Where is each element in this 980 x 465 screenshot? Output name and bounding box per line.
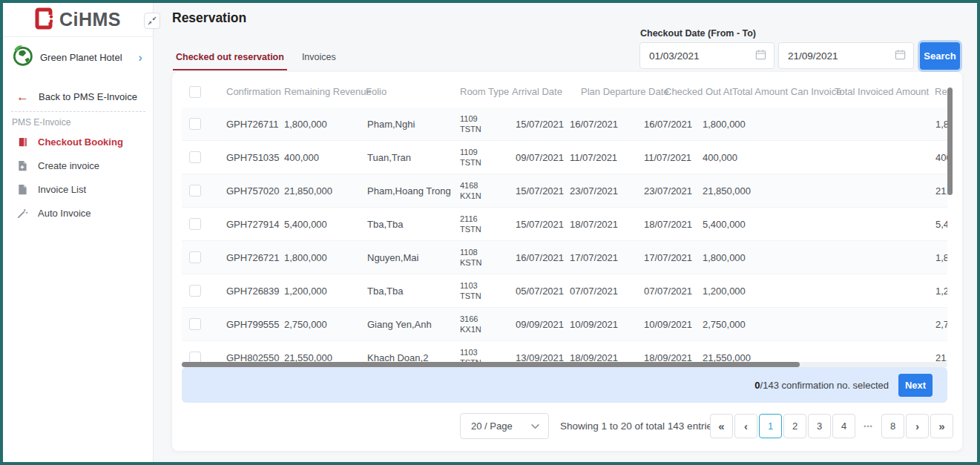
logo-text: CiHMS — [59, 9, 121, 30]
row-checkbox[interactable] — [189, 151, 201, 163]
folio-cell: Tuan,Tran — [367, 141, 411, 174]
date-from-field[interactable] — [639, 42, 775, 69]
table-row: GPH751035400,000Tuan,Tran1109TSTN09/07/2… — [182, 141, 947, 174]
sidebar-section-label: PMS E-Invoice — [12, 117, 70, 128]
room-type-cell: 1103TSTN — [460, 274, 481, 308]
total-can-invoice-cell: 21,550,000 — [703, 341, 751, 362]
plan-departure-cell: 23/07/2021 — [570, 174, 618, 208]
remaining-partial-cell: 2,7 — [935, 308, 947, 341]
arrival-cell: 09/09/2021 — [516, 308, 564, 341]
pagination-button[interactable]: › — [906, 414, 929, 438]
remaining-revenue-cell: 1,800,000 — [284, 241, 327, 274]
remaining-revenue-cell: 1,200,000 — [284, 274, 327, 308]
selection-count-text: 0/143 confirmation no. selected — [754, 380, 889, 391]
app-window: CiHMS Green Planet Hotel › — [0, 0, 980, 465]
remaining-partial-cell: 5,4 — [935, 208, 947, 241]
pagination-button[interactable]: « — [710, 414, 733, 438]
sidebar-item-label: Auto Invoice — [38, 208, 91, 219]
vertical-scrollbar[interactable] — [947, 76, 953, 362]
column-header: Room Type — [460, 76, 509, 108]
pagination-button[interactable]: » — [930, 414, 953, 438]
sidebar-item-label: Checkout Booking — [38, 136, 123, 148]
back-label: Back to PMS E-Invoice — [39, 91, 137, 102]
calendar-icon[interactable] — [755, 49, 766, 63]
sidebar-item-create-invoice[interactable]: Create invoice — [3, 154, 153, 177]
row-checkbox[interactable] — [189, 118, 201, 130]
remaining-revenue-cell: 1,800,000 — [284, 108, 327, 141]
date-from-input[interactable] — [649, 50, 731, 62]
confirmation-cell: GPH726839 — [226, 274, 280, 308]
checked-out-cell: 11/07/2021 — [644, 141, 691, 174]
next-button[interactable]: Next — [898, 374, 933, 397]
confirmation-cell: GPH726711 — [226, 108, 279, 141]
remaining-partial-cell: 21, — [935, 341, 947, 362]
horizontal-scrollbar[interactable] — [182, 362, 947, 367]
page-size-value: 20 / Page — [471, 421, 513, 432]
vertical-scrollbar-thumb[interactable] — [947, 88, 953, 195]
sidebar-item-invoice-list[interactable]: Invoice List — [3, 177, 153, 201]
plan-departure-cell: 16/07/2021 — [570, 108, 618, 141]
hotel-selector[interactable]: Green Planet Hotel › — [3, 42, 153, 73]
row-checkbox[interactable] — [189, 318, 201, 330]
showing-entries-text: Showing 1 to 20 of total 143 entries — [560, 413, 717, 439]
sidebar-menu: Checkout Booking Create invoice — [3, 130, 153, 225]
row-checkbox[interactable] — [189, 352, 201, 362]
back-to-pms-link[interactable]: ← Back to PMS E-Invoice — [3, 86, 153, 107]
calendar-icon[interactable] — [895, 49, 906, 63]
collapse-sidebar-button[interactable] — [144, 13, 160, 29]
confirmation-cell: GPH802550 — [226, 341, 280, 362]
column-header: Checked Out At — [665, 76, 732, 108]
total-can-invoice-cell: 2,750,000 — [703, 308, 746, 341]
column-header: Plan Departure Date — [581, 76, 669, 108]
sidebar-item-checkout-booking[interactable]: Checkout Booking — [3, 130, 153, 154]
remaining-revenue-cell: 21,550,000 — [284, 341, 332, 362]
search-button[interactable]: Search — [920, 42, 960, 70]
remaining-partial-cell: 21, — [935, 174, 947, 208]
folio-cell: Tba,Tba — [367, 274, 403, 308]
pagination-button[interactable]: 2 — [783, 414, 806, 438]
total-can-invoice-cell: 1,800,000 — [703, 108, 746, 141]
row-checkbox[interactable] — [189, 251, 201, 263]
remaining-partial-cell: 1,8 — [935, 108, 947, 141]
file-icon — [16, 183, 28, 195]
arrival-cell: 15/07/2021 — [516, 108, 564, 141]
tab-checked-out-reservation[interactable]: Checked out reservation — [173, 49, 287, 70]
date-to-input[interactable] — [788, 50, 869, 62]
confirmation-cell: GPH726721 — [226, 241, 280, 274]
row-checkbox[interactable] — [189, 185, 201, 197]
pagination-ellipsis: ••• — [857, 414, 880, 438]
horizontal-scrollbar-thumb[interactable] — [182, 362, 800, 367]
folio-cell: Pham,Nghi — [367, 108, 415, 141]
pagination-button[interactable]: 4 — [832, 414, 855, 438]
wand-icon — [16, 207, 28, 219]
chevron-right-icon: › — [138, 51, 145, 64]
select-all-checkbox[interactable] — [189, 86, 201, 98]
checked-out-cell: 16/07/2021 — [644, 108, 692, 141]
column-header: Total Amount Can Invoice — [732, 76, 841, 108]
pagination-button[interactable]: 3 — [808, 414, 831, 438]
back-arrow-icon: ← — [16, 90, 29, 103]
table-row: GPH7267111,800,000Pham,Nghi1109TSTN15/07… — [182, 108, 947, 141]
total-can-invoice-cell: 1,800,000 — [703, 241, 746, 274]
cihms-door-logo-icon — [35, 7, 55, 33]
pagination-button[interactable]: 8 — [881, 414, 904, 438]
column-header: Total Invoiced Amount — [835, 76, 929, 108]
remaining-revenue-cell: 21,850,000 — [284, 174, 332, 208]
remaining-partial-cell: 1,8 — [935, 241, 947, 274]
pagination-button[interactable]: 1 — [759, 414, 782, 438]
tab-invoices[interactable]: Invoices — [299, 49, 339, 70]
sidebar-item-auto-invoice[interactable]: Auto Invoice — [3, 201, 153, 225]
checked-out-cell: 23/07/2021 — [644, 174, 692, 208]
pagination-button[interactable]: ‹ — [734, 414, 757, 438]
room-type-cell: 4168KX1N — [460, 174, 481, 208]
room-type-cell: 1108KSTN — [460, 241, 481, 274]
pagination-buttons: «‹1234•••8›» — [710, 414, 953, 438]
selection-bar: 0/143 confirmation no. selected Next — [182, 367, 947, 403]
page-size-select[interactable]: 20 / Page — [460, 413, 549, 439]
table-row: GPH7995552,750,000Giang Yen,Anh3166KX1N0… — [182, 308, 947, 341]
table-row: GPH80255021,550,000Khach Doan,21103TSTN1… — [182, 341, 947, 362]
date-to-field[interactable] — [778, 42, 914, 69]
row-checkbox[interactable] — [189, 218, 201, 230]
confirmation-cell: GPH799555 — [226, 308, 280, 341]
row-checkbox[interactable] — [189, 285, 201, 297]
